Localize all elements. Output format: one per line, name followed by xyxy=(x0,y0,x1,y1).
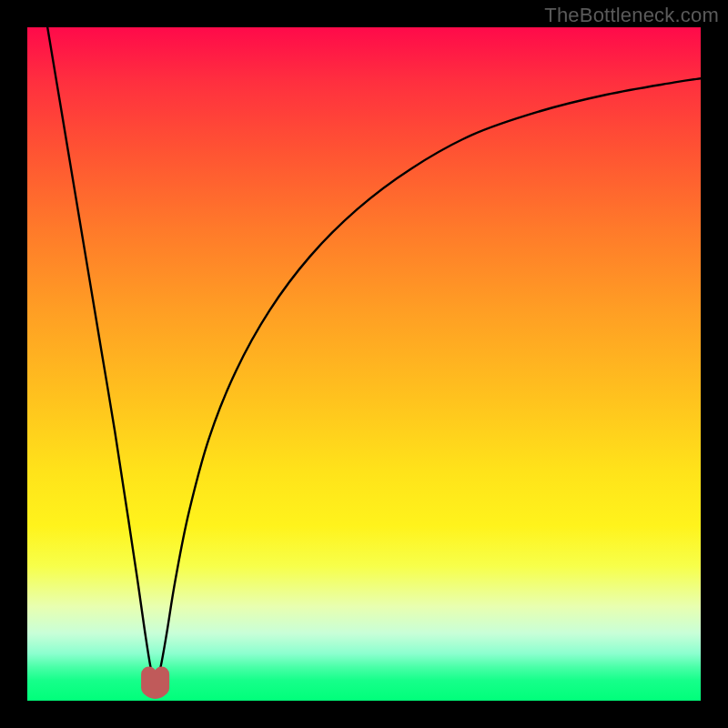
chart-frame: TheBottleneck.com xyxy=(0,0,728,728)
min-marker-icon xyxy=(27,27,701,701)
watermark-text: TheBottleneck.com xyxy=(544,4,719,27)
plot-area xyxy=(27,27,701,701)
